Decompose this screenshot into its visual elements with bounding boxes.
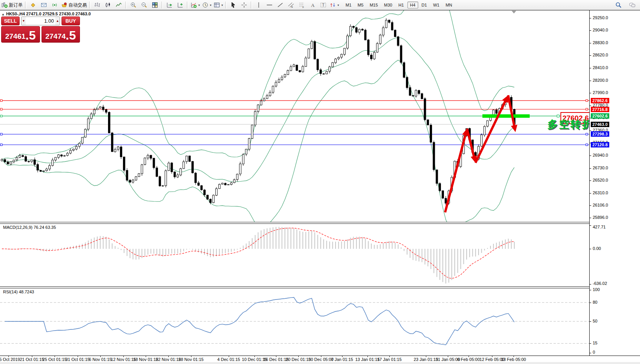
price-tick — [589, 68, 591, 68]
timeframe-button-m15[interactable]: M15 — [367, 2, 381, 8]
price-chart-canvas[interactable] — [0, 10, 589, 222]
equidistant-channel-tool-button[interactable]: E — [286, 1, 296, 9]
search-icon — [615, 2, 622, 8]
date-label: 18 Nov 01:15 — [133, 357, 158, 362]
candle — [180, 169, 182, 175]
macd-tick — [589, 284, 591, 285]
level-handle[interactable] — [0, 108, 2, 110]
periods-button[interactable]: ▾ — [201, 1, 213, 9]
zoom-in-button[interactable] — [128, 1, 139, 9]
chat-button[interactable] — [627, 1, 638, 9]
macd-canvas[interactable] — [0, 224, 589, 286]
mail-icon — [41, 2, 47, 8]
volume-increase-button[interactable]: ▲ — [55, 17, 60, 25]
indicators-button[interactable]: ▾ — [190, 1, 201, 9]
buy-button[interactable]: BUY — [62, 17, 80, 25]
arrows-tool-button[interactable]: ▾ — [329, 1, 340, 9]
level-handle[interactable] — [586, 99, 588, 101]
green-line-handle[interactable] — [557, 115, 559, 117]
candle — [356, 28, 357, 32]
chart-shift-button[interactable] — [175, 1, 186, 9]
chart-shift-marker-icon[interactable] — [512, 11, 516, 13]
line-chart-button[interactable] — [113, 1, 124, 9]
sell-button[interactable]: SELL — [1, 17, 20, 25]
candle — [337, 57, 339, 59]
text-tool-button[interactable]: A — [307, 1, 318, 9]
trend-zigzag-arrows[interactable] — [445, 95, 517, 212]
sell-price-display[interactable]: 27461.5 — [1, 26, 40, 43]
price-axis[interactable]: 29250.029040.028830.028620.028410.028200… — [589, 10, 640, 356]
svg-text:E: E — [291, 6, 293, 8]
date-axis[interactable]: 15 Oct 201921 Oct 01:1525 Oct 01:1531 Oc… — [0, 356, 640, 362]
timeframe-button-mn[interactable]: MN — [443, 2, 455, 8]
price-tick-label: 28830.0 — [593, 40, 608, 45]
vertical-line-tool-button[interactable] — [253, 1, 264, 9]
candle — [400, 46, 402, 63]
timeframe-button-m1[interactable]: M1 — [343, 2, 354, 8]
new-order-button[interactable]: 新订单 — [0, 1, 24, 9]
auto-trading-button[interactable]: 自动交易 — [60, 1, 88, 9]
timeframe-button-d1[interactable]: D1 — [419, 2, 430, 8]
level-handle[interactable] — [0, 144, 2, 146]
volume-decrease-button[interactable]: ▼ — [22, 17, 26, 25]
level-handle[interactable] — [586, 108, 588, 110]
level-handle[interactable] — [586, 144, 588, 146]
clock-icon — [202, 2, 208, 8]
timeframe-button-h1[interactable]: H1 — [396, 2, 406, 8]
candlestick-chart-button[interactable] — [103, 1, 113, 9]
bar-chart-button[interactable] — [92, 1, 103, 9]
fibonacci-tool-button[interactable]: F — [296, 1, 307, 9]
window-bottom-strip — [0, 362, 640, 364]
candle — [138, 174, 140, 177]
cursor-tool-button[interactable] — [228, 1, 239, 9]
rsi-pane[interactable]: RSI(14) 48.7243 — [0, 288, 589, 356]
timeframe-button-h4[interactable]: H4 — [407, 2, 418, 8]
horizontal-line-tool-button[interactable] — [264, 1, 275, 9]
dropdown-caret-icon: ▾ — [210, 3, 211, 7]
text-label-tool-button[interactable]: T — [318, 1, 329, 9]
cn-annotation-text[interactable]: 多空转折点 — [547, 117, 589, 131]
candles-icon — [105, 2, 111, 8]
templates-button[interactable]: ▾ — [213, 1, 224, 9]
auto-scroll-button[interactable] — [164, 1, 175, 9]
zigzag-segment[interactable] — [445, 134, 465, 212]
tile-windows-button[interactable] — [150, 1, 160, 9]
timeframe-toolbar: M1M5M15M30H1H4D1W1MN — [342, 2, 455, 8]
rsi-canvas[interactable] — [0, 288, 589, 356]
level-handle[interactable] — [0, 115, 2, 117]
volume-input[interactable] — [26, 17, 55, 25]
tile-icon — [152, 2, 158, 8]
candle — [347, 36, 349, 48]
zoomin-icon — [130, 2, 136, 8]
macd-pane[interactable]: MACD(12,26,9) 76.24 63.35 — [0, 224, 589, 286]
level-handle[interactable] — [0, 133, 2, 135]
buy-price-display[interactable]: 27474.5 — [42, 26, 80, 43]
main-price-pane[interactable]: ▲HK50-,H4 27471.0 27529.5 27430.0 27463.… — [0, 10, 589, 222]
level-handle[interactable] — [586, 133, 588, 135]
zoom-out-button[interactable] — [139, 1, 150, 9]
timeframe-button-m30[interactable]: M30 — [381, 2, 395, 8]
trendline-tool-button[interactable] — [275, 1, 286, 9]
collapse-trade-panel-icon[interactable]: ▲ — [2, 13, 5, 16]
toolbar-separator — [251, 2, 252, 8]
search-button[interactable] — [613, 1, 624, 9]
profile-button[interactable] — [28, 1, 38, 9]
candle — [344, 48, 346, 55]
candle — [78, 143, 80, 146]
candle — [269, 92, 271, 96]
zigzag-segment[interactable] — [475, 100, 506, 163]
price-tick — [589, 218, 591, 218]
signals-button[interactable] — [49, 1, 60, 9]
candle — [186, 156, 188, 162]
mailbox-button[interactable] — [38, 1, 49, 9]
crosshair-tool-button[interactable] — [239, 1, 249, 9]
level-handle[interactable] — [0, 99, 2, 101]
rsi-label: RSI(14) 48.7243 — [3, 290, 34, 294]
timeframe-button-w1[interactable]: W1 — [431, 2, 442, 8]
candle — [177, 175, 179, 177]
price-tick-label: 28620.0 — [593, 53, 608, 57]
green-highlight-bar[interactable] — [482, 114, 530, 118]
price-tick — [589, 156, 591, 156]
timeframe-button-m5[interactable]: M5 — [355, 2, 366, 8]
candle — [114, 149, 116, 152]
